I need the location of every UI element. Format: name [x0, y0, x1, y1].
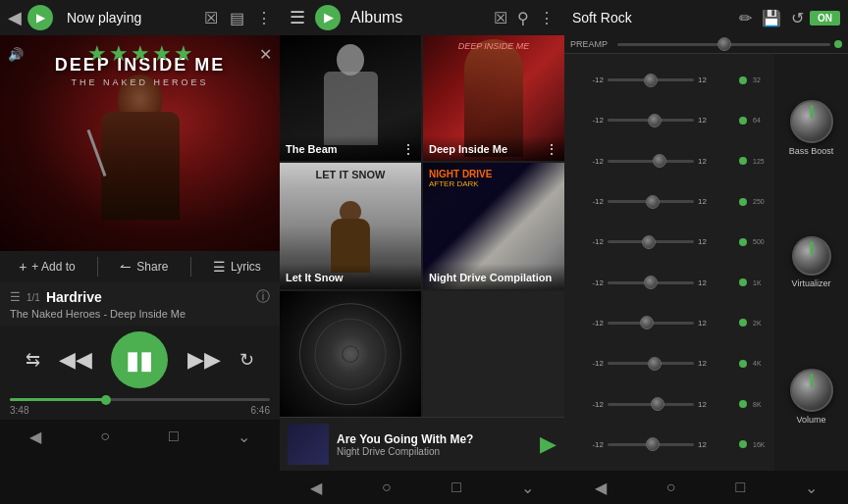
- track-artist: The Naked Heroes - Deep Inside Me: [10, 308, 270, 320]
- shuffle-icon[interactable]: ⇆: [26, 349, 40, 371]
- preamp-thumb[interactable]: [717, 37, 731, 51]
- eq-sliders-container: -12 12 -12 12 -12: [564, 54, 751, 471]
- eq-thumb-8k[interactable]: [651, 397, 664, 411]
- prev-button[interactable]: ◀◀: [59, 347, 92, 373]
- album-card-snow[interactable]: LET IT SNOW Let It Snow: [280, 163, 421, 288]
- eq-thumb-32[interactable]: [644, 74, 658, 87]
- album-card-deep[interactable]: DEEP INSIDE ME Deep Inside Me ⋮: [423, 35, 564, 161]
- album-card-night[interactable]: NIGHT DRIVE AFTER DARK Night Drive Compi…: [423, 163, 564, 288]
- eq-thumb-2k[interactable]: [640, 316, 654, 329]
- nav-square-icon[interactable]: □: [169, 428, 179, 445]
- more-icon[interactable]: ⋮: [256, 9, 272, 27]
- cast-icon[interactable]: ☒: [204, 9, 218, 27]
- album-art: DEEP INSIDE ME THE NAKED HEROES 🔊 ★ ★ ★ …: [0, 35, 280, 251]
- eq-thumb-500[interactable]: [642, 235, 656, 249]
- freq-2k: 2K: [753, 320, 772, 327]
- preamp-dot: [834, 40, 842, 48]
- eq-track-250[interactable]: [608, 200, 694, 203]
- eq-thumb-16k[interactable]: [646, 437, 660, 451]
- progress-bar[interactable]: [10, 398, 270, 401]
- eq-track-8k[interactable]: [608, 403, 694, 406]
- back-icon[interactable]: ◀: [8, 7, 22, 28]
- nav-home-icon-3[interactable]: ○: [666, 479, 676, 496]
- star-1[interactable]: ★: [87, 41, 107, 67]
- eq-thumb-125[interactable]: [653, 154, 666, 168]
- equalizer-icon[interactable]: ▤: [230, 9, 244, 27]
- eq-slider-2k: -12 12: [568, 312, 747, 333]
- nav-square-icon-2[interactable]: □: [451, 479, 461, 496]
- album-beam-name: The Beam: [286, 143, 338, 155]
- preamp-track[interactable]: [617, 43, 830, 46]
- volume-knob[interactable]: [790, 369, 833, 412]
- bass-boost-knob[interactable]: [790, 100, 833, 143]
- cast-icon-albums[interactable]: ☒: [494, 9, 507, 27]
- share-button[interactable]: ↼ Share: [120, 259, 168, 275]
- freq-250: 250: [753, 198, 772, 205]
- album-deep-name: Deep Inside Me: [429, 143, 507, 155]
- mini-play-button[interactable]: ▶: [27, 5, 53, 30]
- eq-track-500[interactable]: [608, 240, 694, 243]
- track-info: ☰ 1/1 Hardrive ⓘ The Naked Heroes - Deep…: [0, 282, 280, 326]
- nav-square-icon-3[interactable]: □: [736, 479, 746, 496]
- undo-icon[interactable]: ↺: [791, 9, 804, 27]
- save-icon[interactable]: 💾: [762, 9, 781, 27]
- close-button[interactable]: ✕: [259, 45, 272, 64]
- bottom-track-info: Are You Going With Me? Night Drive Compi…: [337, 432, 532, 457]
- menu-icon[interactable]: ☰: [290, 7, 305, 28]
- nav-back-icon-2[interactable]: ◀: [310, 479, 322, 497]
- nav-home-icon[interactable]: ○: [100, 428, 110, 445]
- eq-slider-1k: -12 12: [568, 272, 747, 293]
- nav-download-icon-3[interactable]: ⌄: [805, 479, 818, 497]
- bottom-track-item[interactable]: Are You Going With Me? Night Drive Compi…: [280, 417, 564, 471]
- eq-thumb-1k[interactable]: [644, 276, 658, 289]
- total-time: 6:46: [251, 405, 270, 416]
- eq-on-button[interactable]: ON: [810, 11, 840, 25]
- info-icon[interactable]: ⓘ: [256, 288, 270, 306]
- album-night-name: Night Drive Compilation: [429, 272, 552, 283]
- virtualizer-knob[interactable]: [792, 236, 831, 276]
- eq-track-1k[interactable]: [608, 281, 694, 284]
- album-deep-more[interactable]: ⋮: [545, 141, 558, 157]
- star-5[interactable]: ★: [174, 41, 193, 67]
- eq-thumb-250[interactable]: [646, 195, 660, 209]
- eq-track-64[interactable]: [608, 119, 694, 122]
- nav-download-icon-2[interactable]: ⌄: [521, 479, 534, 497]
- album-beam-more[interactable]: ⋮: [401, 141, 415, 157]
- eq-track-16k[interactable]: [608, 443, 694, 446]
- album-card-beam[interactable]: The Beam ⋮: [280, 35, 421, 161]
- eq-track-125[interactable]: [608, 160, 694, 163]
- bottom-play-button[interactable]: ▶: [540, 431, 556, 457]
- eq-track-4k[interactable]: [608, 362, 694, 365]
- star-4[interactable]: ★: [152, 41, 172, 67]
- lyrics-button[interactable]: ☰ Lyrics: [213, 259, 261, 275]
- nav-home-icon-2[interactable]: ○: [382, 479, 392, 496]
- star-2[interactable]: ★: [109, 41, 129, 67]
- pencil-icon[interactable]: ✏: [739, 9, 752, 27]
- volume-icon[interactable]: 🔊: [8, 47, 24, 62]
- freq-1k: 1K: [753, 279, 772, 286]
- star-3[interactable]: ★: [131, 41, 150, 67]
- eq-thumb-4k[interactable]: [648, 357, 662, 371]
- nav-back-icon[interactable]: ◀: [29, 428, 41, 446]
- album-card-empty[interactable]: [423, 291, 564, 417]
- eq-thumb-64[interactable]: [648, 114, 662, 127]
- albums-row-2: LET IT SNOW Let It Snow NIGHT DRIVE AFTE…: [280, 163, 564, 288]
- add-icon: +: [19, 259, 26, 275]
- eq-track-2k[interactable]: [608, 322, 694, 325]
- eq-preset-name: Soft Rock: [572, 10, 733, 25]
- bottom-track-thumb: [288, 424, 329, 465]
- progress-thumb[interactable]: [101, 395, 111, 405]
- nav-download-icon[interactable]: ⌄: [238, 428, 250, 446]
- next-button[interactable]: ▶▶: [187, 347, 221, 373]
- search-icon[interactable]: ⚲: [517, 9, 529, 27]
- album-card-spiral[interactable]: [280, 291, 421, 417]
- eq-track-32[interactable]: [608, 78, 694, 81]
- spiral-svg: [280, 291, 421, 417]
- virtualizer-label: Virtualizer: [792, 278, 831, 288]
- more-icon-albums[interactable]: ⋮: [539, 9, 555, 27]
- nav-back-icon-3[interactable]: ◀: [595, 479, 607, 497]
- album-snow-name: Let It Snow: [286, 272, 344, 283]
- add-to-button[interactable]: + + Add to: [19, 259, 76, 275]
- repeat-icon[interactable]: ↻: [239, 349, 254, 371]
- play-pause-button[interactable]: ▮▮: [111, 331, 168, 388]
